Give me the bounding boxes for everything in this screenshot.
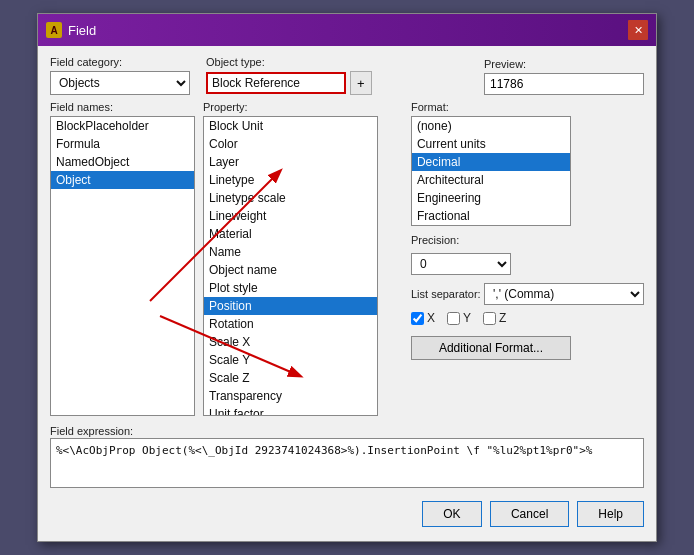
format-label: Format: (411, 101, 644, 113)
format-col: Format: (none) Current units Decimal Arc… (411, 101, 644, 416)
object-type-label: Object type: (206, 56, 372, 68)
list-item[interactable]: Name (204, 243, 377, 261)
title-bar: A Field ✕ (38, 14, 656, 46)
field-expression-box[interactable] (50, 438, 644, 488)
app-icon: A (46, 22, 62, 38)
list-item[interactable]: Layer (204, 153, 377, 171)
checkbox-x-text: X (427, 311, 435, 325)
additional-format-button[interactable]: Additional Format... (411, 336, 571, 360)
list-item[interactable]: Object name (204, 261, 377, 279)
dialog-title: Field (68, 23, 96, 38)
add-object-button[interactable]: + (350, 71, 372, 95)
list-item[interactable]: Scale X (204, 333, 377, 351)
precision-select-row: 0 0.0 0.00 (411, 253, 644, 275)
field-names-col: Field names: BlockPlaceholder Formula Na… (50, 101, 195, 416)
field-expression-label: Field expression: (50, 425, 133, 437)
list-item[interactable]: Transparency (204, 387, 377, 405)
list-item[interactable]: Color (204, 135, 377, 153)
property-list[interactable]: Block Unit Color Layer Linetype Linetype… (203, 116, 378, 416)
checkbox-z-text: Z (499, 311, 506, 325)
checkbox-z[interactable] (483, 312, 496, 325)
list-item[interactable]: Material (204, 225, 377, 243)
format-item[interactable]: Current units (412, 135, 570, 153)
dialog-body: Field category: Objects Object type: Blo… (38, 46, 656, 541)
format-list[interactable]: (none) Current units Decimal Architectur… (411, 116, 571, 226)
close-button[interactable]: ✕ (628, 20, 648, 40)
field-expression-section: Field expression: (50, 424, 644, 491)
format-item[interactable]: Scientific (412, 225, 570, 226)
field-names-list[interactable]: BlockPlaceholder Formula NamedObject Obj… (50, 116, 195, 416)
preview-label: Preview: (484, 58, 644, 70)
format-item[interactable]: Fractional (412, 207, 570, 225)
list-item[interactable]: Block Unit (204, 117, 377, 135)
list-item-selected[interactable]: Object (51, 171, 194, 189)
list-item[interactable]: Rotation (204, 315, 377, 333)
field-category-col: Field category: Objects (50, 56, 190, 95)
title-bar-left: A Field (46, 22, 96, 38)
checkboxes-row: X Y Z (411, 311, 644, 328)
list-item[interactable]: Linetype (204, 171, 377, 189)
checkbox-x[interactable] (411, 312, 424, 325)
format-item[interactable]: Architectural (412, 171, 570, 189)
precision-select[interactable]: 0 0.0 0.00 (411, 253, 511, 275)
list-item[interactable]: Unit factor (204, 405, 377, 416)
preview-col: Preview: 11786 (484, 58, 644, 95)
cancel-button[interactable]: Cancel (490, 501, 569, 527)
list-item[interactable]: Formula (51, 135, 194, 153)
property-label: Property: (203, 101, 378, 113)
field-dialog: A Field ✕ Field category: Objects Object… (37, 13, 657, 542)
list-item[interactable]: NamedObject (51, 153, 194, 171)
main-area: Field names: BlockPlaceholder Formula Na… (50, 101, 644, 416)
list-separator-select[interactable]: ',' (Comma) (484, 283, 644, 305)
list-item[interactable]: Scale Z (204, 369, 377, 387)
bottom-buttons: OK Cancel Help (50, 501, 644, 531)
object-type-value: Block Reference (206, 72, 346, 94)
ok-button[interactable]: OK (422, 501, 482, 527)
checkbox-y-text: Y (463, 311, 471, 325)
field-names-label: Field names: (50, 101, 195, 113)
format-item[interactable]: (none) (412, 117, 570, 135)
list-item[interactable]: Scale Y (204, 351, 377, 369)
checkbox-y[interactable] (447, 312, 460, 325)
property-col: Property: Block Unit Color Layer Linetyp… (203, 101, 378, 416)
list-separator-label: List separator: (411, 288, 481, 300)
precision-row: Precision: (411, 234, 644, 249)
checkbox-z-label[interactable]: Z (483, 311, 506, 325)
field-category-select[interactable]: Objects (50, 71, 190, 95)
help-button[interactable]: Help (577, 501, 644, 527)
field-category-label: Field category: (50, 56, 190, 68)
list-item[interactable]: BlockPlaceholder (51, 117, 194, 135)
checkbox-x-label[interactable]: X (411, 311, 435, 325)
precision-label: Precision: (411, 234, 459, 246)
checkbox-y-label[interactable]: Y (447, 311, 471, 325)
format-item[interactable]: Engineering (412, 189, 570, 207)
preview-value: 11786 (484, 73, 644, 95)
format-item-selected[interactable]: Decimal (412, 153, 570, 171)
list-item[interactable]: Plot style (204, 279, 377, 297)
list-item[interactable]: Linetype scale (204, 189, 377, 207)
object-type-col: Object type: Block Reference + (206, 56, 372, 95)
list-item-selected[interactable]: Position (204, 297, 377, 315)
list-separator-row: List separator: ',' (Comma) (411, 281, 644, 311)
list-item[interactable]: Lineweight (204, 207, 377, 225)
